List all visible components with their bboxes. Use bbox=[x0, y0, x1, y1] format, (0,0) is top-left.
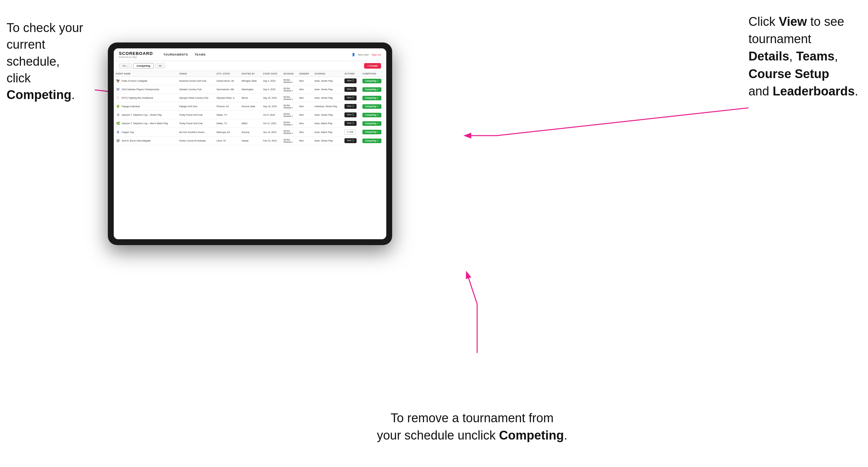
create-button[interactable]: + Create bbox=[364, 63, 381, 69]
cell-actions: View ⓘ bbox=[342, 85, 361, 94]
header-right: 👤 Test User Sign out bbox=[352, 53, 381, 56]
tablet-screen: SCOREBOARD Powered by clippi TOURNAMENTS… bbox=[114, 49, 386, 239]
brand: SCOREBOARD Powered by clippi bbox=[119, 51, 153, 58]
table-header-row: EVENT NAME VENUE CITY, STATE HOSTED BY S… bbox=[114, 71, 386, 77]
cell-event-name: 🐺John A. Burns Intercollegiate bbox=[114, 136, 177, 145]
cell-venue: Ak-Chin Southern Dunes bbox=[177, 128, 214, 136]
cell-start: Feb 15, 2024 bbox=[261, 136, 281, 145]
table-row: 🌵Papago IndividualPapago Golf ClubPhoeni… bbox=[114, 102, 386, 111]
cell-city: Phoenix, AZ bbox=[214, 102, 240, 111]
app-header: SCOREBOARD Powered by clippi TOURNAMENTS… bbox=[114, 49, 386, 61]
nav-tournaments[interactable]: TOURNAMENTS bbox=[163, 53, 188, 56]
cell-hosted: Arizona State bbox=[240, 102, 261, 111]
table-row: IOFCC Fighting Illini InvitationalOlympi… bbox=[114, 94, 386, 102]
competing-badge[interactable]: Competing ✓ bbox=[363, 113, 381, 117]
cell-gender: Men bbox=[298, 128, 313, 136]
cell-gender: Men bbox=[298, 77, 313, 85]
cell-venue: Trinity Forest Golf Club bbox=[177, 119, 214, 128]
competing-badge[interactable]: Competing ✓ bbox=[363, 87, 381, 92]
cell-venue: American Dunes Golf Club bbox=[177, 77, 214, 85]
cell-gender: Men bbox=[298, 102, 313, 111]
cell-event-name: 🦅Folds of Honor Collegiate bbox=[114, 77, 177, 85]
brand-title: SCOREBOARD bbox=[119, 51, 153, 56]
cell-actions: View ⓘ bbox=[342, 136, 361, 145]
cell-event-name: ACopper Cup bbox=[114, 128, 177, 136]
tab-competing[interactable]: Competing bbox=[133, 63, 154, 69]
col-venue: VENUE bbox=[177, 71, 214, 77]
view-button[interactable]: View ⓘ bbox=[344, 113, 356, 117]
competing-badge[interactable]: Competing ✓ bbox=[363, 96, 381, 100]
col-division: DIVISION bbox=[281, 71, 297, 77]
cell-scoring: team, Stroke Play bbox=[313, 77, 342, 85]
cell-division: NCAADivision I bbox=[281, 77, 297, 85]
col-gender: GENDER bbox=[298, 71, 313, 77]
cell-venue: Olympia Fields Country Club bbox=[177, 94, 214, 102]
view-button[interactable]: View ⓘ bbox=[344, 95, 356, 100]
cell-actions: ✏ Edit bbox=[342, 128, 361, 136]
cell-competing: Competing ✓ bbox=[361, 119, 386, 128]
table-row: 🌿Jackson T. Stephens Cup – Men's Match P… bbox=[114, 119, 386, 128]
cell-hosted bbox=[240, 111, 261, 119]
cell-scoring: team, Stroke Play bbox=[313, 136, 342, 145]
powered-by: Powered by clippi bbox=[119, 56, 153, 58]
cell-city: Lihue, HI bbox=[214, 136, 240, 145]
tab-all[interactable]: All bbox=[155, 63, 165, 69]
cell-division: NCAADivision I bbox=[281, 85, 297, 94]
cell-start: Oct 11, 2023 bbox=[261, 119, 281, 128]
col-event-name: EVENT NAME bbox=[114, 71, 177, 77]
view-button[interactable]: View ⓘ bbox=[344, 104, 356, 109]
cell-division: NCAADivision I bbox=[281, 94, 297, 102]
cell-actions: View ⓘ bbox=[342, 119, 361, 128]
cell-venue: Trinity Forest Golf Club bbox=[177, 111, 214, 119]
competing-badge[interactable]: Competing ✓ bbox=[363, 104, 381, 109]
table-container: EVENT NAME VENUE CITY, STATE HOSTED BY S… bbox=[114, 71, 386, 239]
cell-competing: Competing ✓ bbox=[361, 102, 386, 111]
annotation-bottom: To remove a tournament fromyour schedule… bbox=[377, 409, 567, 444]
cell-competing: Competing ✓ bbox=[361, 136, 386, 145]
cell-venue: Sahalee Country Club bbox=[177, 85, 214, 94]
competing-badge[interactable]: Competing ✓ bbox=[363, 121, 381, 126]
competing-badge[interactable]: Competing ✓ bbox=[363, 79, 381, 83]
nav-teams[interactable]: TEAMS bbox=[194, 53, 206, 56]
view-button[interactable]: View ⓘ bbox=[344, 138, 356, 143]
cell-city: Sammamish, WA bbox=[214, 85, 240, 94]
view-button[interactable]: View ⓘ bbox=[344, 121, 356, 126]
cell-venue: Papago Golf Club bbox=[177, 102, 214, 111]
cell-hosted: Hawaii bbox=[240, 136, 261, 145]
view-button[interactable]: View ⓘ bbox=[344, 87, 356, 92]
cell-division: NCAADivision I bbox=[281, 136, 297, 145]
cell-division: NCAADivision I bbox=[281, 128, 297, 136]
user-name: Test User bbox=[358, 53, 369, 56]
cell-start: Oct 9, 2023 bbox=[261, 111, 281, 119]
annotation-text-1: To check yourcurrent schedule,click Comp… bbox=[6, 21, 83, 102]
toolbar: Ho... Competing All + Create bbox=[114, 61, 386, 71]
col-actions: ACTIONS bbox=[342, 71, 361, 77]
cell-hosted: ABAC bbox=[240, 119, 261, 128]
cell-hosted: Michigan State bbox=[240, 77, 261, 85]
cell-competing: Competing ✓ bbox=[361, 77, 386, 85]
cell-actions: View ⓘ bbox=[342, 77, 361, 85]
tab-home[interactable]: Ho... bbox=[119, 63, 132, 69]
cell-gender: Men bbox=[298, 136, 313, 145]
cell-start: Jan 14, 2024 bbox=[261, 128, 281, 136]
cell-division: NCAADivision I bbox=[281, 111, 297, 119]
cell-actions: View ⓘ bbox=[342, 111, 361, 119]
sign-out-link[interactable]: Sign out bbox=[372, 53, 381, 56]
cell-event-name: W2023 Sahalee Players Championship bbox=[114, 85, 177, 94]
edit-button[interactable]: ✏ Edit bbox=[344, 129, 356, 135]
cell-gender: Men bbox=[298, 119, 313, 128]
cell-hosted: Illinois bbox=[240, 94, 261, 102]
view-button[interactable]: View ⓘ bbox=[344, 79, 356, 83]
cell-city: Maricopa, AZ bbox=[214, 128, 240, 136]
col-scoring: SCORING bbox=[313, 71, 342, 77]
competing-badge[interactable]: Competing ✓ bbox=[363, 138, 381, 143]
cell-event-name: ⚙Jackson T. Stephens Cup – Stroke Play bbox=[114, 111, 177, 119]
cell-scoring: team, Stroke Play bbox=[313, 94, 342, 102]
cell-gender: Men bbox=[298, 94, 313, 102]
col-competing: COMPETING bbox=[361, 71, 386, 77]
cell-competing: Competing ✓ bbox=[361, 128, 386, 136]
cell-gender: Men bbox=[298, 85, 313, 94]
cell-scoring: team, Stroke Play bbox=[313, 111, 342, 119]
competing-badge[interactable]: Competing ✓ bbox=[363, 130, 381, 134]
nav-links: TOURNAMENTS TEAMS bbox=[163, 53, 206, 56]
